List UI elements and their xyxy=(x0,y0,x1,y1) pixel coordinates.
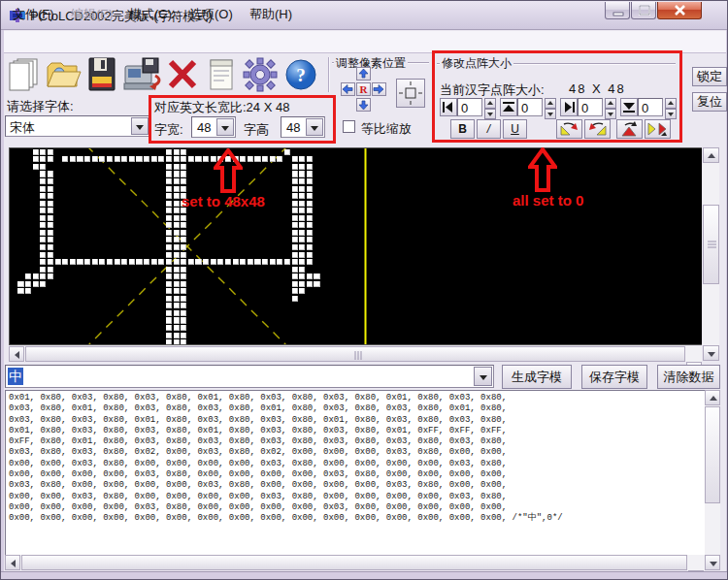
lit-pixel[interactable] xyxy=(40,178,46,184)
lit-pixel[interactable] xyxy=(166,215,172,221)
lit-pixel[interactable] xyxy=(121,156,127,162)
lit-pixel[interactable] xyxy=(62,156,68,162)
lit-pixel[interactable] xyxy=(40,222,46,228)
lit-pixel[interactable] xyxy=(299,222,305,228)
reset-position-button[interactable]: R xyxy=(356,82,371,96)
lit-pixel[interactable] xyxy=(195,156,201,162)
flip-horizontal-button[interactable] xyxy=(645,119,671,139)
spin-down-icon[interactable] xyxy=(605,109,616,119)
lit-pixel[interactable] xyxy=(48,267,53,273)
spin-up-icon[interactable] xyxy=(665,98,677,109)
pixel-layer[interactable] xyxy=(10,148,702,345)
lit-pixel[interactable] xyxy=(40,201,46,207)
lit-pixel[interactable] xyxy=(181,222,186,228)
lit-pixel[interactable] xyxy=(307,193,313,199)
lit-pixel[interactable] xyxy=(48,230,53,236)
lit-pixel[interactable] xyxy=(48,193,53,199)
lit-pixel[interactable] xyxy=(166,288,172,294)
lit-pixel[interactable] xyxy=(292,222,298,228)
lit-pixel[interactable] xyxy=(299,281,305,287)
lit-pixel[interactable] xyxy=(166,303,172,308)
char-input-combobox[interactable]: 中 xyxy=(5,365,494,388)
move-down-button[interactable] xyxy=(356,98,371,112)
lit-pixel[interactable] xyxy=(307,171,313,177)
lit-pixel[interactable] xyxy=(181,281,186,287)
menu-options[interactable]: 选项(O) xyxy=(185,5,237,24)
lit-pixel[interactable] xyxy=(166,208,172,213)
lit-pixel[interactable] xyxy=(299,259,305,265)
lit-pixel[interactable] xyxy=(292,215,298,221)
lit-pixel[interactable] xyxy=(77,156,83,162)
lit-pixel[interactable] xyxy=(115,156,120,162)
lit-pixel[interactable] xyxy=(166,230,172,236)
margin-right-spinner[interactable] xyxy=(605,98,616,119)
minimize-button[interactable] xyxy=(605,2,630,19)
lit-pixel[interactable] xyxy=(33,149,39,155)
lit-pixel[interactable] xyxy=(181,259,186,265)
spin-up-icon[interactable] xyxy=(545,98,556,109)
lit-pixel[interactable] xyxy=(181,274,186,279)
hex-vscroll-thumb[interactable] xyxy=(705,406,720,503)
margin-bottom-spinner[interactable] xyxy=(665,98,677,119)
lit-pixel[interactable] xyxy=(77,259,83,265)
lit-pixel[interactable] xyxy=(254,156,260,162)
lit-pixel[interactable] xyxy=(277,259,282,265)
reset-button[interactable]: 复位 xyxy=(692,92,727,112)
new-file-button[interactable] xyxy=(6,56,43,93)
lit-pixel[interactable] xyxy=(166,164,172,170)
lit-pixel[interactable] xyxy=(166,201,172,207)
lit-pixel[interactable] xyxy=(48,244,53,250)
lit-pixel[interactable] xyxy=(307,281,313,287)
lit-pixel[interactable] xyxy=(174,296,180,302)
clear-button[interactable]: 清除数据 xyxy=(657,365,720,389)
spin-up-icon[interactable] xyxy=(484,98,496,109)
lit-pixel[interactable] xyxy=(181,186,186,192)
lit-pixel[interactable] xyxy=(307,244,313,250)
lit-pixel[interactable] xyxy=(174,274,180,279)
lit-pixel[interactable] xyxy=(299,215,305,221)
lit-pixel[interactable] xyxy=(181,149,186,155)
lit-pixel[interactable] xyxy=(292,259,298,265)
lit-pixel[interactable] xyxy=(121,259,127,265)
lit-pixel[interactable] xyxy=(40,164,46,170)
lit-pixel[interactable] xyxy=(181,303,186,308)
lit-pixel[interactable] xyxy=(174,230,180,236)
lit-pixel[interactable] xyxy=(166,281,172,287)
lit-pixel[interactable] xyxy=(166,237,172,242)
lit-pixel[interactable] xyxy=(233,259,239,265)
lit-pixel[interactable] xyxy=(262,156,268,162)
lit-pixel[interactable] xyxy=(299,244,305,250)
scroll-up-button[interactable] xyxy=(703,147,719,163)
lit-pixel[interactable] xyxy=(292,171,298,177)
margin-left-spinner[interactable] xyxy=(484,98,496,119)
lit-pixel[interactable] xyxy=(107,156,113,162)
lit-pixel[interactable] xyxy=(40,281,46,287)
canvas-vscrollbar[interactable] xyxy=(703,147,719,345)
lit-pixel[interactable] xyxy=(151,156,157,162)
lit-pixel[interactable] xyxy=(174,303,180,308)
rotate-right-button[interactable] xyxy=(584,119,611,139)
lit-pixel[interactable] xyxy=(129,156,135,162)
lit-pixel[interactable] xyxy=(240,259,246,265)
settings-button[interactable] xyxy=(242,56,279,93)
lit-pixel[interactable] xyxy=(144,259,149,265)
lit-pixel[interactable] xyxy=(166,267,172,273)
lit-pixel[interactable] xyxy=(33,281,39,287)
lit-pixel[interactable] xyxy=(158,156,164,162)
lit-pixel[interactable] xyxy=(181,296,186,302)
lit-pixel[interactable] xyxy=(181,267,186,273)
lit-pixel[interactable] xyxy=(307,259,313,265)
lit-pixel[interactable] xyxy=(181,325,186,331)
lit-pixel[interactable] xyxy=(48,259,53,265)
lit-pixel[interactable] xyxy=(144,156,149,162)
lit-pixel[interactable] xyxy=(48,149,53,155)
lit-pixel[interactable] xyxy=(292,178,298,184)
lit-pixel[interactable] xyxy=(284,259,290,265)
lit-pixel[interactable] xyxy=(174,310,180,316)
pixel-canvas[interactable] xyxy=(9,147,702,345)
lit-pixel[interactable] xyxy=(166,171,172,177)
lit-pixel[interactable] xyxy=(62,259,68,265)
lit-pixel[interactable] xyxy=(248,259,253,265)
lit-pixel[interactable] xyxy=(181,237,186,242)
lit-pixel[interactable] xyxy=(307,156,313,162)
